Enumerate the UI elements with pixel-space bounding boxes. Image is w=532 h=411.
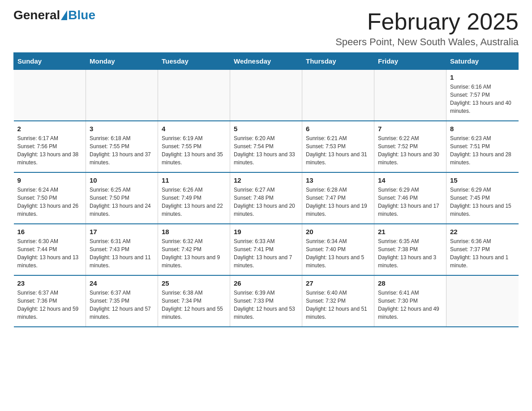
- day-of-week-header: Thursday: [302, 53, 374, 70]
- calendar-day-cell: 5Sunrise: 6:20 AMSunset: 7:54 PMDaylight…: [230, 121, 302, 172]
- day-number: 2: [17, 125, 82, 133]
- day-info: Sunrise: 6:17 AMSunset: 7:56 PMDaylight:…: [17, 134, 82, 167]
- calendar-day-cell: [302, 70, 374, 121]
- calendar-day-cell: [230, 70, 302, 121]
- day-info: Sunrise: 6:39 AMSunset: 7:33 PMDaylight:…: [234, 289, 298, 321]
- calendar-day-cell: 6Sunrise: 6:21 AMSunset: 7:53 PMDaylight…: [302, 121, 374, 172]
- month-title: February 2025: [335, 9, 519, 34]
- day-info: Sunrise: 6:28 AMSunset: 7:47 PMDaylight:…: [306, 186, 370, 218]
- day-info: Sunrise: 6:22 AMSunset: 7:52 PMDaylight:…: [378, 134, 442, 167]
- logo-triangle-icon: [61, 10, 67, 20]
- calendar-week-row: 16Sunrise: 6:30 AMSunset: 7:44 PMDayligh…: [14, 224, 519, 275]
- day-info: Sunrise: 6:41 AMSunset: 7:30 PMDaylight:…: [378, 289, 442, 321]
- calendar-week-row: 2Sunrise: 6:17 AMSunset: 7:56 PMDaylight…: [14, 121, 519, 172]
- day-of-week-header: Monday: [86, 53, 158, 70]
- calendar-day-cell: 28Sunrise: 6:41 AMSunset: 7:30 PMDayligh…: [374, 275, 446, 327]
- day-of-week-header: Wednesday: [230, 53, 302, 70]
- calendar-day-cell: 26Sunrise: 6:39 AMSunset: 7:33 PMDayligh…: [230, 275, 302, 327]
- day-number: 12: [234, 176, 298, 184]
- calendar-day-cell: 2Sunrise: 6:17 AMSunset: 7:56 PMDaylight…: [14, 121, 86, 172]
- day-number: 9: [17, 176, 82, 184]
- calendar-day-cell: [14, 70, 86, 121]
- calendar-day-cell: [446, 275, 519, 327]
- location-subtitle: Speers Point, New South Wales, Australia: [335, 36, 519, 48]
- calendar-day-cell: 21Sunrise: 6:35 AMSunset: 7:38 PMDayligh…: [374, 224, 446, 275]
- day-number: 10: [90, 176, 154, 184]
- day-number: 7: [378, 125, 442, 133]
- day-number: 24: [90, 279, 154, 287]
- day-info: Sunrise: 6:35 AMSunset: 7:38 PMDaylight:…: [378, 237, 442, 270]
- day-info: Sunrise: 6:34 AMSunset: 7:40 PMDaylight:…: [306, 237, 370, 270]
- day-number: 14: [378, 176, 442, 184]
- day-info: Sunrise: 6:29 AMSunset: 7:46 PMDaylight:…: [378, 186, 442, 218]
- day-of-week-header: Saturday: [446, 53, 519, 70]
- calendar-header-row: SundayMondayTuesdayWednesdayThursdayFrid…: [14, 53, 519, 70]
- day-info: Sunrise: 6:40 AMSunset: 7:32 PMDaylight:…: [306, 289, 370, 321]
- calendar-day-cell: 3Sunrise: 6:18 AMSunset: 7:55 PMDaylight…: [86, 121, 158, 172]
- day-number: 11: [162, 176, 226, 184]
- day-info: Sunrise: 6:26 AMSunset: 7:49 PMDaylight:…: [162, 186, 226, 218]
- day-info: Sunrise: 6:24 AMSunset: 7:50 PMDaylight:…: [17, 186, 82, 218]
- day-number: 4: [162, 125, 226, 133]
- calendar-day-cell: 25Sunrise: 6:38 AMSunset: 7:34 PMDayligh…: [158, 275, 230, 327]
- day-info: Sunrise: 6:23 AMSunset: 7:51 PMDaylight:…: [450, 134, 515, 167]
- day-info: Sunrise: 6:29 AMSunset: 7:45 PMDaylight:…: [450, 186, 515, 218]
- logo-general-text: General: [13, 9, 60, 21]
- day-number: 15: [450, 176, 515, 184]
- day-number: 19: [234, 228, 298, 235]
- day-number: 1: [450, 73, 515, 81]
- day-number: 5: [234, 125, 298, 133]
- day-number: 21: [378, 228, 442, 235]
- calendar-day-cell: 14Sunrise: 6:29 AMSunset: 7:46 PMDayligh…: [374, 172, 446, 224]
- calendar-day-cell: 17Sunrise: 6:31 AMSunset: 7:43 PMDayligh…: [86, 224, 158, 275]
- calendar-day-cell: 1Sunrise: 6:16 AMSunset: 7:57 PMDaylight…: [446, 70, 519, 121]
- calendar-day-cell: 8Sunrise: 6:23 AMSunset: 7:51 PMDaylight…: [446, 121, 519, 172]
- day-number: 16: [17, 228, 82, 235]
- calendar-day-cell: 15Sunrise: 6:29 AMSunset: 7:45 PMDayligh…: [446, 172, 519, 224]
- calendar-week-row: 23Sunrise: 6:37 AMSunset: 7:36 PMDayligh…: [14, 275, 519, 327]
- logo-blue-text: Blue: [68, 9, 95, 21]
- day-number: 25: [162, 279, 226, 287]
- calendar-week-row: 9Sunrise: 6:24 AMSunset: 7:50 PMDaylight…: [14, 172, 519, 224]
- calendar-week-row: 1Sunrise: 6:16 AMSunset: 7:57 PMDaylight…: [14, 70, 519, 121]
- day-number: 23: [17, 279, 82, 287]
- calendar-day-cell: 18Sunrise: 6:32 AMSunset: 7:42 PMDayligh…: [158, 224, 230, 275]
- day-info: Sunrise: 6:20 AMSunset: 7:54 PMDaylight:…: [234, 134, 298, 167]
- day-info: Sunrise: 6:19 AMSunset: 7:55 PMDaylight:…: [162, 134, 226, 167]
- day-number: 28: [378, 279, 442, 287]
- day-info: Sunrise: 6:32 AMSunset: 7:42 PMDaylight:…: [162, 237, 226, 270]
- logo: General Blue: [13, 9, 95, 21]
- calendar-day-cell: 13Sunrise: 6:28 AMSunset: 7:47 PMDayligh…: [302, 172, 374, 224]
- calendar-day-cell: 9Sunrise: 6:24 AMSunset: 7:50 PMDaylight…: [14, 172, 86, 224]
- day-info: Sunrise: 6:18 AMSunset: 7:55 PMDaylight:…: [90, 134, 154, 167]
- calendar-day-cell: 23Sunrise: 6:37 AMSunset: 7:36 PMDayligh…: [14, 275, 86, 327]
- calendar-day-cell: 7Sunrise: 6:22 AMSunset: 7:52 PMDaylight…: [374, 121, 446, 172]
- calendar-day-cell: 10Sunrise: 6:25 AMSunset: 7:50 PMDayligh…: [86, 172, 158, 224]
- day-number: 27: [306, 279, 370, 287]
- day-info: Sunrise: 6:36 AMSunset: 7:37 PMDaylight:…: [450, 237, 515, 270]
- day-number: 6: [306, 125, 370, 133]
- day-info: Sunrise: 6:38 AMSunset: 7:34 PMDaylight:…: [162, 289, 226, 321]
- calendar-day-cell: 20Sunrise: 6:34 AMSunset: 7:40 PMDayligh…: [302, 224, 374, 275]
- calendar-day-cell: [86, 70, 158, 121]
- calendar-day-cell: 22Sunrise: 6:36 AMSunset: 7:37 PMDayligh…: [446, 224, 519, 275]
- day-info: Sunrise: 6:33 AMSunset: 7:41 PMDaylight:…: [234, 237, 298, 270]
- day-info: Sunrise: 6:31 AMSunset: 7:43 PMDaylight:…: [90, 237, 154, 270]
- day-number: 18: [162, 228, 226, 235]
- calendar-day-cell: 4Sunrise: 6:19 AMSunset: 7:55 PMDaylight…: [158, 121, 230, 172]
- day-number: 17: [90, 228, 154, 235]
- day-number: 13: [306, 176, 370, 184]
- day-number: 22: [450, 228, 515, 235]
- day-info: Sunrise: 6:25 AMSunset: 7:50 PMDaylight:…: [90, 186, 154, 218]
- day-number: 20: [306, 228, 370, 235]
- calendar-day-cell: [158, 70, 230, 121]
- calendar-day-cell: [374, 70, 446, 121]
- day-info: Sunrise: 6:37 AMSunset: 7:35 PMDaylight:…: [90, 289, 154, 321]
- calendar-day-cell: 24Sunrise: 6:37 AMSunset: 7:35 PMDayligh…: [86, 275, 158, 327]
- day-info: Sunrise: 6:27 AMSunset: 7:48 PMDaylight:…: [234, 186, 298, 218]
- calendar-day-cell: 27Sunrise: 6:40 AMSunset: 7:32 PMDayligh…: [302, 275, 374, 327]
- day-info: Sunrise: 6:30 AMSunset: 7:44 PMDaylight:…: [17, 237, 82, 270]
- day-of-week-header: Sunday: [14, 53, 86, 70]
- day-info: Sunrise: 6:16 AMSunset: 7:57 PMDaylight:…: [450, 83, 515, 115]
- day-of-week-header: Tuesday: [158, 53, 230, 70]
